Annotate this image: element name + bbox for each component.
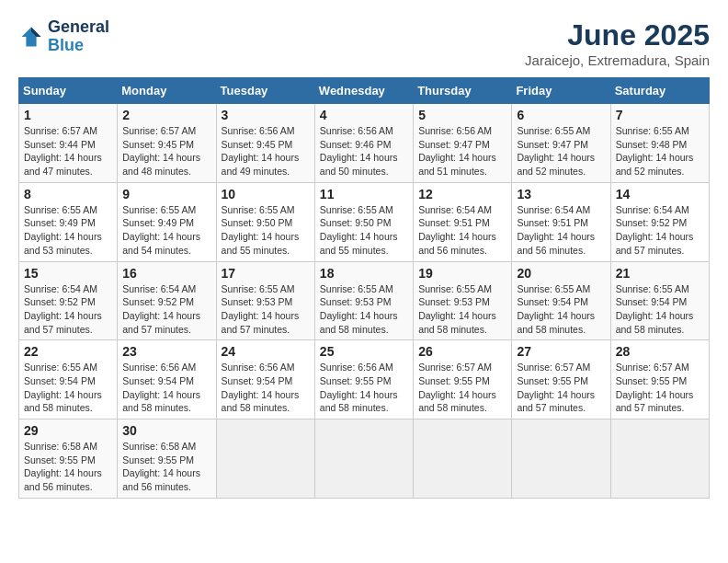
day-info: Sunrise: 6:57 AMSunset: 9:55 PMDaylight:… [418,361,506,415]
calendar-cell: 2Sunrise: 6:57 AMSunset: 9:45 PMDaylight… [118,104,216,183]
calendar-cell: 12Sunrise: 6:54 AMSunset: 9:51 PMDayligh… [414,182,512,261]
header-sunday: Sunday [19,78,118,104]
calendar-cell: 30Sunrise: 6:58 AMSunset: 9:55 PMDayligh… [118,419,216,499]
calendar-week-row: 1Sunrise: 6:57 AMSunset: 9:44 PMDaylight… [19,104,710,183]
day-number: 27 [517,344,605,359]
calendar-cell: 21Sunrise: 6:55 AMSunset: 9:54 PMDayligh… [610,261,709,340]
logo-line1: General [48,18,109,37]
calendar-week-row: 22Sunrise: 6:55 AMSunset: 9:54 PMDayligh… [19,340,710,419]
day-info: Sunrise: 6:56 AMSunset: 9:46 PMDaylight:… [320,124,408,178]
day-number: 18 [320,266,408,281]
day-info: Sunrise: 6:56 AMSunset: 9:45 PMDaylight:… [222,124,310,178]
logo-text: General Blue [48,18,109,55]
day-number: 30 [122,423,210,438]
calendar-cell: 1Sunrise: 6:57 AMSunset: 9:44 PMDaylight… [19,104,118,183]
day-info: Sunrise: 6:57 AMSunset: 9:45 PMDaylight:… [122,124,210,178]
day-info: Sunrise: 6:55 AMSunset: 9:53 PMDaylight:… [320,282,408,337]
calendar-week-row: 8Sunrise: 6:55 AMSunset: 9:49 PMDaylight… [19,182,710,261]
days-header-row: Sunday Monday Tuesday Wednesday Thursday… [19,78,710,104]
day-number: 10 [222,187,310,201]
day-info: Sunrise: 6:55 AMSunset: 9:48 PMDaylight:… [616,124,704,178]
day-number: 3 [222,108,310,122]
day-info: Sunrise: 6:58 AMSunset: 9:55 PMDaylight:… [122,440,210,494]
calendar-cell [216,419,314,499]
day-number: 29 [24,423,112,438]
day-number: 13 [517,187,605,201]
day-number: 20 [517,266,605,281]
logo-icon [18,24,44,50]
day-info: Sunrise: 6:55 AMSunset: 9:53 PMDaylight:… [418,282,506,337]
calendar-cell: 27Sunrise: 6:57 AMSunset: 9:55 PMDayligh… [512,340,610,419]
day-number: 2 [122,108,210,122]
day-number: 9 [122,187,210,201]
day-number: 19 [418,266,506,281]
calendar-cell: 22Sunrise: 6:55 AMSunset: 9:54 PMDayligh… [19,340,118,419]
day-number: 15 [24,266,112,281]
day-info: Sunrise: 6:55 AMSunset: 9:53 PMDaylight:… [222,282,310,337]
day-info: Sunrise: 6:55 AMSunset: 9:54 PMDaylight:… [24,361,112,415]
header-tuesday: Tuesday [216,78,314,104]
day-info: Sunrise: 6:57 AMSunset: 9:55 PMDaylight:… [616,361,704,415]
day-number: 24 [222,344,310,359]
title-area: June 2025 Jaraicejo, Extremadura, Spain [525,18,710,68]
calendar-cell: 13Sunrise: 6:54 AMSunset: 9:51 PMDayligh… [512,182,610,261]
calendar-cell [512,419,610,499]
day-info: Sunrise: 6:56 AMSunset: 9:54 PMDaylight:… [122,361,210,415]
calendar-cell: 28Sunrise: 6:57 AMSunset: 9:55 PMDayligh… [610,340,709,419]
day-info: Sunrise: 6:57 AMSunset: 9:44 PMDaylight:… [24,124,112,178]
day-info: Sunrise: 6:55 AMSunset: 9:49 PMDaylight:… [122,203,210,258]
calendar-cell: 10Sunrise: 6:55 AMSunset: 9:50 PMDayligh… [216,182,314,261]
day-number: 7 [616,108,704,122]
calendar-week-row: 29Sunrise: 6:58 AMSunset: 9:55 PMDayligh… [19,419,710,499]
calendar-cell: 17Sunrise: 6:55 AMSunset: 9:53 PMDayligh… [216,261,314,340]
calendar-cell: 15Sunrise: 6:54 AMSunset: 9:52 PMDayligh… [19,261,118,340]
calendar-cell [610,419,709,499]
calendar-week-row: 15Sunrise: 6:54 AMSunset: 9:52 PMDayligh… [19,261,710,340]
header-wednesday: Wednesday [314,78,413,104]
day-number: 25 [320,344,408,359]
day-info: Sunrise: 6:56 AMSunset: 9:55 PMDaylight:… [320,361,408,415]
logo: General Blue [18,18,109,55]
calendar-cell: 14Sunrise: 6:54 AMSunset: 9:52 PMDayligh… [610,182,709,261]
day-info: Sunrise: 6:56 AMSunset: 9:47 PMDaylight:… [418,124,506,178]
day-info: Sunrise: 6:55 AMSunset: 9:47 PMDaylight:… [517,124,605,178]
day-info: Sunrise: 6:54 AMSunset: 9:51 PMDaylight:… [418,203,506,258]
header-saturday: Saturday [610,78,709,104]
calendar-cell: 6Sunrise: 6:55 AMSunset: 9:47 PMDaylight… [512,104,610,183]
day-info: Sunrise: 6:56 AMSunset: 9:54 PMDaylight:… [222,361,310,415]
day-number: 21 [616,266,704,281]
calendar-cell: 5Sunrise: 6:56 AMSunset: 9:47 PMDaylight… [414,104,512,183]
calendar-cell: 19Sunrise: 6:55 AMSunset: 9:53 PMDayligh… [414,261,512,340]
header-friday: Friday [512,78,610,104]
day-info: Sunrise: 6:54 AMSunset: 9:52 PMDaylight:… [122,282,210,337]
day-number: 12 [418,187,506,201]
month-title: June 2025 [525,18,710,52]
calendar-cell: 25Sunrise: 6:56 AMSunset: 9:55 PMDayligh… [314,340,413,419]
day-info: Sunrise: 6:54 AMSunset: 9:51 PMDaylight:… [517,203,605,258]
day-info: Sunrise: 6:55 AMSunset: 9:54 PMDaylight:… [616,282,704,337]
calendar-cell: 20Sunrise: 6:55 AMSunset: 9:54 PMDayligh… [512,261,610,340]
calendar-cell: 8Sunrise: 6:55 AMSunset: 9:49 PMDaylight… [19,182,118,261]
calendar-cell: 16Sunrise: 6:54 AMSunset: 9:52 PMDayligh… [118,261,216,340]
calendar-cell: 11Sunrise: 6:55 AMSunset: 9:50 PMDayligh… [314,182,413,261]
day-number: 26 [418,344,506,359]
day-info: Sunrise: 6:55 AMSunset: 9:50 PMDaylight:… [320,203,408,258]
day-number: 8 [24,187,112,201]
calendar-cell: 24Sunrise: 6:56 AMSunset: 9:54 PMDayligh… [216,340,314,419]
calendar-table: Sunday Monday Tuesday Wednesday Thursday… [18,77,710,499]
day-info: Sunrise: 6:55 AMSunset: 9:54 PMDaylight:… [517,282,605,337]
calendar-cell: 4Sunrise: 6:56 AMSunset: 9:46 PMDaylight… [314,104,413,183]
day-number: 22 [24,344,112,359]
calendar-cell: 29Sunrise: 6:58 AMSunset: 9:55 PMDayligh… [19,419,118,499]
day-number: 23 [122,344,210,359]
day-number: 16 [122,266,210,281]
logo-line2: Blue [48,36,84,54]
day-number: 4 [320,108,408,122]
header-thursday: Thursday [414,78,512,104]
day-info: Sunrise: 6:55 AMSunset: 9:50 PMDaylight:… [222,203,310,258]
day-info: Sunrise: 6:54 AMSunset: 9:52 PMDaylight:… [24,282,112,337]
day-number: 14 [616,187,704,201]
day-info: Sunrise: 6:54 AMSunset: 9:52 PMDaylight:… [616,203,704,258]
day-number: 11 [320,187,408,201]
calendar-cell: 7Sunrise: 6:55 AMSunset: 9:48 PMDaylight… [610,104,709,183]
